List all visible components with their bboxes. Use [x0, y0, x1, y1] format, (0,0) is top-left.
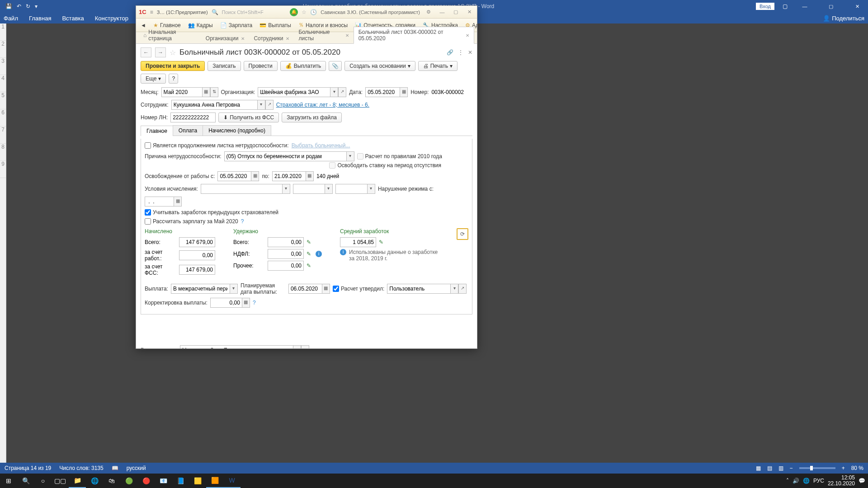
date-to-input[interactable]: [272, 171, 306, 181]
close-tab-icon[interactable]: ✕: [241, 36, 245, 41]
open-icon[interactable]: ↗: [301, 345, 309, 348]
tab-orgs[interactable]: Организации✕: [201, 33, 250, 43]
manager-input[interactable]: [180, 345, 293, 348]
payment-type[interactable]: [171, 284, 230, 294]
signin-button[interactable]: Вход: [756, 3, 774, 10]
subtab-payment[interactable]: Оплата: [173, 125, 203, 136]
zoom-level[interactable]: 80 %: [851, 465, 863, 471]
taskview-icon[interactable]: ▢▢: [52, 474, 69, 488]
app-icon[interactable]: 🟨: [189, 474, 206, 488]
month-input[interactable]: [161, 87, 202, 97]
calendar-icon[interactable]: ▦: [322, 284, 330, 294]
post-button[interactable]: Провести: [244, 61, 278, 71]
employee-input[interactable]: [171, 100, 257, 110]
view-web-icon[interactable]: ▥: [778, 465, 783, 471]
help-button[interactable]: ?: [169, 74, 178, 84]
win-close-icon[interactable]: ✕: [464, 9, 474, 15]
cortana-icon[interactable]: ○: [34, 474, 52, 488]
clock[interactable]: 12:05 22.10.2020: [828, 475, 855, 487]
star-icon[interactable]: ☆: [302, 9, 307, 15]
current-user[interactable]: Савинская З.Ю. (Системный программист): [321, 9, 420, 15]
tab-home[interactable]: ⌂Начальная страница: [139, 27, 201, 43]
close-tab-icon[interactable]: ✕: [345, 33, 349, 38]
1c-taskbar-icon[interactable]: 🟧: [206, 474, 223, 488]
minimize-icon[interactable]: —: [796, 4, 814, 9]
cond2-input[interactable]: [293, 184, 325, 194]
accrued-total[interactable]: [179, 237, 215, 247]
choose-sicklist-link[interactable]: Выбрать больничный...: [292, 142, 350, 149]
edit-icon[interactable]: ✎: [307, 263, 311, 269]
reason-input[interactable]: [224, 151, 346, 161]
insurance-period-link[interactable]: Страховой стаж: лет - 8; месяцев - 6.: [276, 102, 369, 108]
open-icon[interactable]: ↗: [338, 87, 346, 97]
ln-input[interactable]: [170, 113, 216, 122]
zoom-slider[interactable]: [799, 467, 835, 469]
edit-icon[interactable]: ✎: [307, 239, 311, 245]
win-maximize-icon[interactable]: ▢: [451, 9, 461, 15]
load-file-button[interactable]: Загрузить из файла: [282, 113, 342, 122]
accrued-fss[interactable]: [179, 265, 215, 275]
qat-dropdown-icon[interactable]: ▾: [35, 3, 38, 9]
recalc-checkbox[interactable]: Рассчитать зарплату за Май 2020: [145, 218, 238, 225]
dropdown-icon[interactable]: ▾: [257, 100, 265, 110]
tab-home[interactable]: Главная: [29, 15, 51, 22]
tab-sicklists[interactable]: Больничные листы✕: [294, 27, 353, 43]
dropdown-icon[interactable]: ▾: [230, 284, 238, 294]
start-button[interactable]: ⊞: [0, 474, 17, 488]
attach-button[interactable]: 📎: [329, 61, 342, 71]
edit-icon[interactable]: ✎: [379, 239, 383, 245]
other[interactable]: [268, 261, 304, 271]
win-minimize-icon[interactable]: —: [437, 9, 447, 15]
language-status[interactable]: русский: [127, 465, 146, 471]
zoom-in-icon[interactable]: +: [842, 465, 845, 471]
view-read-icon[interactable]: ▦: [756, 465, 761, 471]
display-mode-icon[interactable]: ▢: [783, 3, 788, 9]
dropdown-icon[interactable]: ▾: [325, 184, 333, 194]
dropdown-icon[interactable]: ▾: [330, 87, 338, 97]
print-button[interactable]: 🖨Печать ▾: [418, 61, 458, 71]
page-status[interactable]: Страница 14 из 19: [5, 465, 51, 471]
nav-payments[interactable]: 💳Выплаты: [259, 22, 291, 28]
post-and-close-button[interactable]: Провести и закрыть: [141, 61, 205, 71]
close-icon[interactable]: ✕: [848, 4, 866, 9]
settings-icon[interactable]: ⚙: [424, 9, 434, 15]
share-button[interactable]: 👤Поделиться: [823, 15, 864, 22]
tab-design[interactable]: Конструктор: [95, 15, 128, 22]
avg-earnings[interactable]: [340, 237, 376, 247]
refresh-button[interactable]: ⟳: [457, 228, 468, 240]
cond1-input[interactable]: [201, 184, 282, 194]
continuation-checkbox[interactable]: Является продолжением листка нетрудоспос…: [145, 142, 289, 149]
approver[interactable]: [387, 284, 450, 294]
keyboard-lang[interactable]: РУС: [813, 478, 824, 484]
calendar-icon[interactable]: ▦: [251, 171, 259, 181]
volume-icon[interactable]: 🔊: [793, 478, 799, 484]
plan-date[interactable]: [288, 284, 322, 294]
dropdown-icon[interactable]: ▾: [346, 151, 354, 161]
undo-icon[interactable]: ↶: [17, 3, 21, 9]
tab-insert[interactable]: Вставка: [62, 15, 84, 22]
bell-icon[interactable]: 🔔: [290, 8, 298, 16]
org-input[interactable]: [258, 87, 330, 97]
maximize-icon[interactable]: ▢: [822, 4, 840, 9]
notification-icon[interactable]: 💬: [859, 478, 865, 484]
view-print-icon[interactable]: ▤: [767, 465, 772, 471]
word-count[interactable]: Число слов: 3135: [59, 465, 103, 471]
save-icon[interactable]: 💾: [5, 3, 12, 9]
edge-icon[interactable]: 🌐: [86, 474, 103, 488]
favorite-icon[interactable]: ☆: [170, 48, 176, 57]
history-icon[interactable]: 🕓: [310, 9, 317, 15]
date-input[interactable]: [365, 87, 400, 97]
approved-checkbox[interactable]: Расчет утвердил:: [333, 286, 384, 292]
explorer-icon[interactable]: 📁: [69, 474, 86, 488]
subtab-main[interactable]: Главное: [141, 126, 173, 136]
nav-fwd-button[interactable]: →: [155, 47, 166, 57]
calendar-icon[interactable]: ▦: [202, 87, 210, 97]
close-tab-icon[interactable]: ✕: [466, 33, 469, 38]
search-icon[interactable]: 🔍: [17, 474, 34, 488]
calendar-icon[interactable]: ▦: [174, 197, 182, 206]
help-icon[interactable]: ?: [253, 300, 256, 306]
cond3-input[interactable]: [335, 184, 367, 194]
prev-employers-checkbox[interactable]: Учитывать заработок предыдущих страховат…: [145, 209, 278, 216]
pay-button[interactable]: 💰Выплатить: [280, 61, 326, 71]
word-taskbar-icon[interactable]: W: [223, 474, 241, 488]
